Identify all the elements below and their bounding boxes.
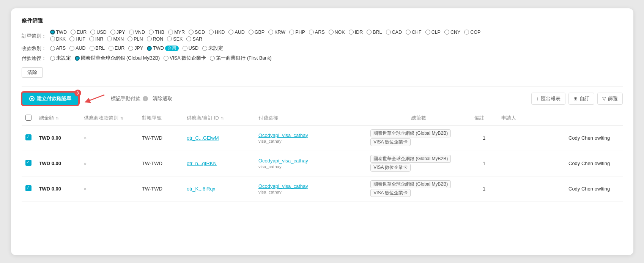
payment-visa[interactable]: VISA 數位企業卡 [164, 55, 206, 61]
currency-nok[interactable]: NOK [329, 30, 345, 35]
currency-php[interactable]: PHP [289, 30, 305, 35]
row-checkbox-2[interactable] [25, 185, 31, 191]
receive-currency-group: ARS AUD BRL EUR JPY TWD 台灣 USD 未設定 [50, 45, 227, 52]
create-badge: 3 [74, 90, 81, 96]
row-payment-1: 國泰世華全球企網銀 (Global MyB2B) VISA 數位企業卡 [367, 151, 471, 176]
row-supplier-0: otr_C...GElwM [183, 125, 255, 151]
currency-cny[interactable]: CNY [444, 30, 460, 35]
row-applicant-1: Cody Chen owlting [565, 151, 623, 176]
sort-currency-icon[interactable]: ⇅ [120, 116, 123, 120]
payment-cathay[interactable]: 國泰世華全球企網銀 (Global MyB2B) [75, 55, 160, 61]
receive-aud[interactable]: AUD [69, 46, 85, 51]
create-btn-label: 建立付款確認單 [37, 95, 71, 102]
filter-button[interactable]: ▽ 篩選 [597, 93, 623, 105]
currency-hkd[interactable]: HKD [209, 30, 225, 35]
clear-filter-button[interactable]: 清除 [22, 67, 43, 78]
export-icon: ↑ [536, 96, 539, 101]
receive-brl[interactable]: BRL [90, 46, 105, 51]
receive-jpy[interactable]: JPY [128, 46, 143, 51]
toolbar-right: ↑ 匯出報表 ⊞ 自訂 ▽ 篩選 [531, 93, 623, 105]
currency-ars[interactable]: ARS [309, 30, 325, 35]
mark-manual-btn[interactable]: 標記手動付款 i [111, 95, 148, 102]
red-arrow-svg [83, 93, 106, 104]
order-currency-row: 訂單幣別： TWD EUR USD JPY VND THB MYR SGD HK… [22, 30, 623, 43]
payment-route-row: 付款途徑： 未設定 國泰世華全球企網銀 (Global MyB2B) VISA … [22, 55, 623, 62]
payment-unset[interactable]: 未設定 [50, 55, 71, 61]
export-button[interactable]: ↑ 匯出報表 [531, 93, 565, 105]
export-label: 匯出報表 [541, 95, 561, 102]
currency-sek[interactable]: SEK [167, 36, 183, 42]
row-supplier-1: otr_n...qtRKN [183, 151, 255, 176]
row-count-0: 1 [471, 125, 498, 151]
row-applicant-2: Cody Chen owlting [565, 176, 623, 202]
currency-mxn[interactable]: MXN [107, 36, 124, 42]
currency-cop[interactable]: COP [464, 30, 480, 35]
taiwan-badge: 台灣 [165, 46, 179, 51]
payment-firstbank[interactable]: 第一商業銀行 (First Bank) [210, 55, 271, 61]
currency-huf[interactable]: HUF [69, 36, 85, 42]
divider [22, 86, 623, 87]
currency-usd[interactable]: USD [90, 30, 106, 35]
row-checkbox-1[interactable] [25, 160, 31, 166]
clear-selection-btn[interactable]: 清除選取 [153, 95, 172, 102]
table-row: TWD 0.00 » TW-TWD otr_K...6iRqx Ocodyapi… [22, 176, 623, 202]
currency-vnd[interactable]: VND [129, 30, 145, 35]
receive-ars[interactable]: ARS [50, 46, 66, 51]
row-amount-0: TWD 0.00 [35, 125, 80, 151]
currency-row1: TWD EUR USD JPY VND THB MYR SGD HKD AUD … [50, 30, 485, 36]
arrow-hint [83, 93, 106, 104]
main-table: 總金額 ⇅ 供應商收款幣別 ⇅ 對帳單號 供應商/自訂 ID ⇅ 付費途徑 [22, 112, 623, 202]
create-payment-button[interactable]: 建立付款確認單 3 [22, 92, 79, 106]
row-supplier-name-2: Ocodyapi_visa_cathay visa_cathay [255, 176, 367, 202]
currency-sgd[interactable]: SGD [189, 30, 205, 35]
sort-amount-icon[interactable]: ⇅ [56, 116, 59, 120]
currency-inr[interactable]: INR [89, 36, 104, 42]
header-note: 備註 [471, 112, 498, 125]
currency-krw[interactable]: KRW [268, 30, 285, 35]
row-payment-2: 國泰世華全球企網銀 (Global MyB2B) VISA 數位企業卡 [367, 176, 471, 202]
order-currency-label: 訂單幣別： [22, 33, 46, 39]
currency-eur[interactable]: EUR [71, 30, 87, 35]
receive-unset[interactable]: 未設定 [202, 45, 223, 52]
filter-label: 篩選 [608, 95, 618, 102]
row-expand-2: » [80, 176, 138, 202]
create-icon [29, 96, 35, 101]
currency-twd[interactable]: TWD [50, 30, 67, 35]
currency-clp[interactable]: CLP [425, 30, 441, 35]
row-account-1: TW-TWD [138, 151, 183, 176]
toolbar: 建立付款確認單 3 標記手動付款 i 清除選取 ↑ 匯出報表 [22, 92, 623, 106]
row-checkbox-cell-0 [22, 125, 35, 151]
currency-aud[interactable]: AUD [228, 30, 244, 35]
row-checkbox-0[interactable] [25, 134, 31, 140]
sort-supplier-icon[interactable]: ⇅ [221, 116, 224, 120]
currency-sar[interactable]: SAR [186, 36, 202, 42]
currency-jpy[interactable]: JPY [110, 30, 125, 35]
receive-eur[interactable]: EUR [109, 46, 124, 51]
currency-myr[interactable]: MYR [168, 30, 185, 35]
create-btn-wrapper: 建立付款確認單 3 [22, 92, 79, 106]
select-all-checkbox[interactable] [25, 115, 31, 121]
customize-button[interactable]: ⊞ 自訂 [568, 93, 594, 105]
currency-cad[interactable]: CAD [386, 30, 402, 35]
currency-thb[interactable]: THB [149, 30, 164, 35]
info-icon: i [143, 96, 148, 101]
currency-brl[interactable]: BRL [367, 30, 382, 35]
header-account: 對帳單號 [138, 112, 183, 125]
currency-ron[interactable]: RON [147, 36, 164, 42]
payment-label: 付款途徑： [22, 55, 46, 62]
currency-row2: DKK HUF INR MXN PLN RON SEK SAR [50, 36, 485, 43]
receive-twd[interactable]: TWD 台灣 [147, 46, 178, 51]
currency-chf[interactable]: CHF [406, 30, 422, 35]
currency-pln[interactable]: PLN [128, 36, 143, 42]
row-note-1 [498, 151, 565, 176]
currency-idr[interactable]: IDR [349, 30, 363, 35]
receive-currency-label: 收款幣別： [22, 45, 46, 52]
row-count-1: 1 [471, 151, 498, 176]
receive-usd[interactable]: USD [183, 46, 198, 51]
header-checkbox-col [22, 112, 35, 125]
currency-dkk[interactable]: DKK [50, 36, 66, 42]
header-amount: 總金額 ⇅ [35, 112, 80, 125]
currency-gbp[interactable]: GBP [249, 30, 265, 35]
row-expand-1: » [80, 151, 138, 176]
row-supplier-name-0: Ocodyapi_visa_cathay visa_cathay [255, 125, 367, 151]
